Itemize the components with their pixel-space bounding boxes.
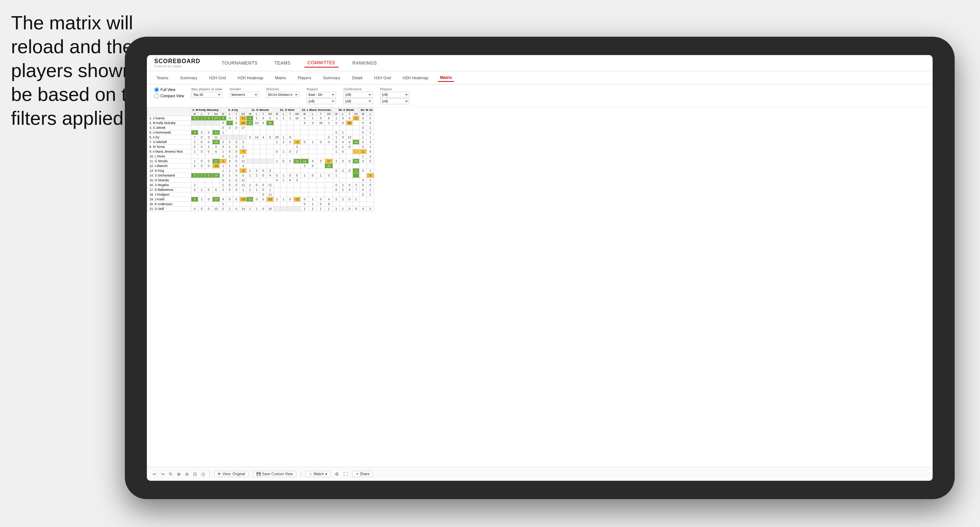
save-icon: 💾 — [256, 472, 261, 476]
col-header-3: 11. G Woods — [247, 108, 274, 112]
player-name: 20. E Andersson — [147, 202, 191, 206]
save-custom-label: Save Custom View — [262, 472, 293, 476]
subnav-summary[interactable]: Summary — [178, 74, 199, 81]
sh-t2: T — [233, 112, 240, 116]
table-row: 11. G Woods 10011 14011 10014 144017 240… — [147, 159, 374, 163]
table-row: 19. J Karth 31013 400-20 1300-31 210-12 … — [147, 197, 374, 202]
table-row: 15. H Stranda 02011 0103 01 — [147, 178, 374, 183]
undo-icon[interactable]: ↩ — [153, 471, 156, 477]
sh-l1: L — [198, 112, 205, 116]
nav-committee[interactable]: COMMITTEE — [304, 59, 339, 68]
sh-d6: Dif — [353, 112, 360, 116]
sh-d5: Dif — [325, 112, 333, 116]
content-area: Full View Compact View Max players in vi… — [147, 84, 932, 481]
subnav-teams[interactable]: Teams — [154, 74, 170, 81]
player-name: 15. H Stranda — [147, 178, 191, 183]
conference-filter: Conference (All) (All) — [343, 87, 373, 104]
watch-button[interactable]: ☆ Watch ▾ — [305, 471, 331, 477]
settings-icon[interactable]: ⚙ — [335, 471, 339, 477]
watch-chevron-icon: ▾ — [325, 472, 327, 476]
region-sub-select[interactable]: (All) — [307, 98, 336, 104]
table-row: 9. A Maria Jimenez Rios 1006 100-7 0102 … — [147, 149, 374, 154]
subnav-h2h-heatmap[interactable]: H2H Heatmap — [235, 74, 266, 81]
subnav-detail[interactable]: Detail — [350, 74, 364, 81]
nav-teams[interactable]: TEAMS — [272, 59, 294, 67]
share-button[interactable]: ↗ Share — [352, 471, 373, 477]
compact-view-radio[interactable] — [154, 94, 159, 98]
subnav-matrix-active[interactable]: Matrix — [438, 74, 454, 82]
region-select[interactable]: East - DII West - DII All — [307, 92, 336, 98]
share-label: Share — [360, 472, 370, 476]
table-row: 18. J Hodgson 011 01 — [147, 192, 374, 197]
table-row: 5. A Nomrowski 300-11 1 01 01 — [147, 130, 374, 135]
players-label: Players — [380, 87, 409, 91]
logo-area: SCOREBOARD Powered by clippd — [154, 58, 200, 68]
table-row: 1. J Garcia 31027 301-11 4100 11110 0106… — [147, 116, 374, 121]
sh-l3: L — [253, 112, 260, 116]
matrix-scroll-area[interactable]: 2. M Kelly Mulcahy 6. A Dy 11. G Woods 2… — [147, 108, 932, 467]
table-row: 17. D Ballesteros 3106 2031 1101 0207 01 — [147, 187, 374, 192]
gender-select[interactable]: Women's Men's All — [229, 92, 259, 98]
player-name: 12. A Bianchi — [147, 163, 191, 168]
subnav-h2h-heatmap2[interactable]: H2H Heatmap — [401, 74, 431, 81]
sh-d2: Dif — [240, 112, 247, 116]
sh-t3: T — [260, 112, 267, 116]
players-sub-select[interactable]: (All) — [380, 98, 409, 104]
watch-icon: ☆ — [309, 472, 312, 476]
filter-bar: Full View Compact View Max players in vi… — [147, 84, 932, 108]
zoom-out-icon[interactable]: ⊖ — [185, 471, 189, 477]
subnav-players[interactable]: Players — [296, 74, 313, 81]
refresh-icon[interactable]: ↻ — [169, 471, 173, 477]
player-name: 21. O Stoll — [147, 206, 191, 211]
view-options: Full View Compact View — [154, 87, 184, 98]
conference-sub-select[interactable]: (All) — [343, 98, 373, 104]
sub-nav: Teams Summary H2H Grid H2H Heatmap Matri… — [147, 71, 932, 84]
zoom-icon[interactable]: ⊕ — [177, 471, 181, 477]
conference-label: Conference — [343, 87, 373, 91]
sh-l4: L — [280, 112, 287, 116]
full-view-radio[interactable] — [154, 87, 159, 92]
sh-d4: Dif — [293, 112, 300, 116]
player-name: 7. O Mitchell — [147, 140, 191, 144]
compact-view-option[interactable]: Compact View — [154, 94, 184, 98]
subnav-summary2[interactable]: Summary — [321, 74, 342, 81]
player-name: 1. J Garcia — [147, 116, 191, 121]
view-original-button[interactable]: 👁 View: Original — [214, 471, 248, 477]
max-players-select[interactable]: Top 25 Top 50 All — [191, 92, 222, 98]
player-name: 11. G Woods — [147, 159, 191, 163]
sh-w6: W — [333, 112, 340, 116]
table-row: 13. N Klug 110-2 1003 0201 01 — [147, 168, 374, 173]
save-custom-button[interactable]: 💾 Save Custom View — [253, 471, 296, 477]
share-icon: ↗ — [355, 472, 358, 476]
toolbar-divider-1 — [209, 471, 210, 478]
timer-icon[interactable]: ◷ — [201, 471, 205, 477]
redo-icon[interactable]: ↪ — [161, 471, 164, 477]
table-row: 6. A Dy 70011 01440 2519 0 1013 11 — [147, 135, 374, 140]
subnav-h2h-grid2[interactable]: H2H Grid — [372, 74, 393, 81]
player-name: 6. A Dy — [147, 135, 191, 140]
col-header-6: 38. A Webb — [333, 108, 360, 112]
fit-icon[interactable]: ⊡ — [193, 471, 197, 477]
sh-t1: T — [205, 112, 212, 116]
toolbar-divider-2 — [301, 471, 301, 478]
table-row: 10. L Perini 0102 11 — [147, 154, 374, 159]
nav-rankings[interactable]: RANKINGS — [350, 59, 380, 67]
player-name: 19. J Karth — [147, 197, 191, 202]
sh-w5: W — [301, 112, 309, 116]
view-icon: 👁 — [217, 472, 221, 476]
subnav-matrix[interactable]: Matrix — [273, 74, 288, 81]
table-row: 12. A Bianchi 200-16 1104 2025 — [147, 163, 374, 168]
player-name: 10. L Perini — [147, 154, 191, 159]
nav-tournaments[interactable]: TOURNAMENTS — [219, 59, 261, 67]
conference-select[interactable]: (All) — [343, 92, 373, 98]
division-label: Division — [266, 87, 299, 91]
expand-icon[interactable]: ⛶ — [343, 471, 348, 477]
subnav-h2h-grid[interactable]: H2H Grid — [207, 74, 228, 81]
sh-l5: L — [309, 112, 317, 116]
player-name: 16. X Mcgaha — [147, 183, 191, 187]
full-view-option[interactable]: Full View — [154, 87, 184, 92]
players-select[interactable]: (All) — [380, 92, 409, 98]
table-row: 16. X Mcgaha 2 10011 10011 0103 00 — [147, 183, 374, 187]
division-select[interactable]: NCAA Division II NCAA Division I NCAA Di… — [266, 92, 299, 98]
sh-w4: W — [274, 112, 280, 116]
